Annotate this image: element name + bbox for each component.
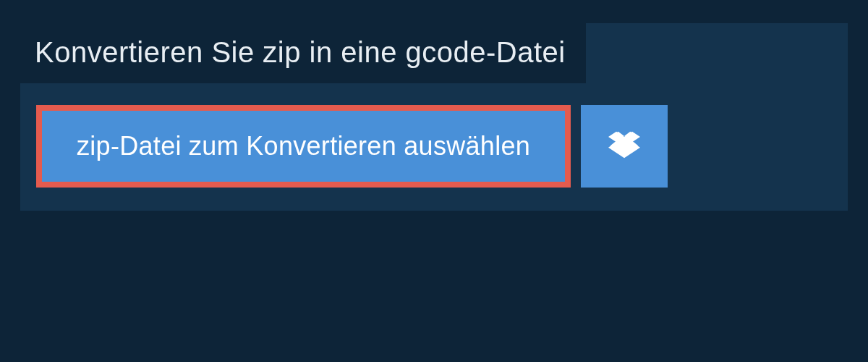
dropbox-button[interactable] <box>581 105 668 188</box>
converter-panel: Konvertieren Sie zip in eine gcode-Datei… <box>20 23 848 211</box>
page-title: Konvertieren Sie zip in eine gcode-Datei <box>35 36 566 69</box>
select-file-button[interactable]: zip-Datei zum Konvertieren auswählen <box>36 105 571 188</box>
heading-wrapper: Konvertieren Sie zip in eine gcode-Datei <box>20 23 586 83</box>
dropbox-icon <box>608 129 640 164</box>
select-file-label: zip-Datei zum Konvertieren auswählen <box>77 131 530 161</box>
button-row: zip-Datei zum Konvertieren auswählen <box>20 83 848 211</box>
